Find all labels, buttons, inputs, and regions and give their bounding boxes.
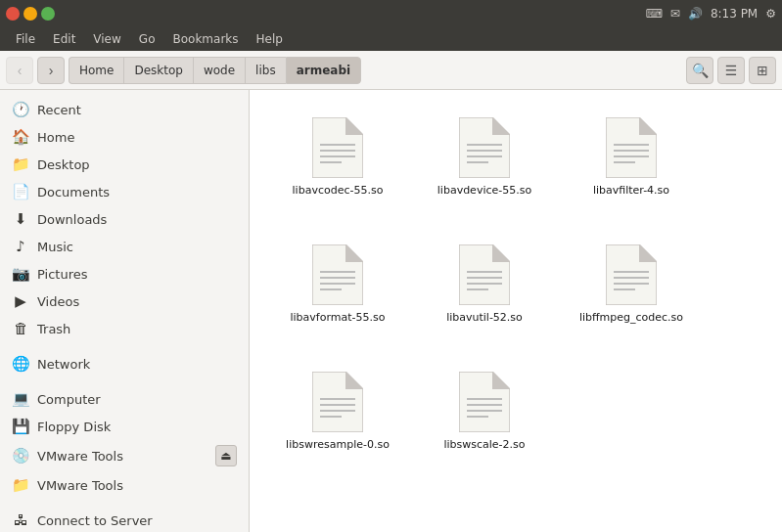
connect-icon: 🖧 bbox=[12, 511, 29, 529]
floppy-icon: 💾 bbox=[12, 418, 29, 435]
sidebar-item-downloads[interactable]: ⬇ Downloads bbox=[0, 205, 249, 233]
sidebar-label-vmware2: VMware Tools bbox=[37, 478, 123, 493]
menu-help[interactable]: Help bbox=[249, 30, 291, 48]
title-bar: ⌨ ✉ 🔊 8:13 PM ⚙ bbox=[0, 0, 782, 27]
sidebar-label-home: Home bbox=[37, 130, 74, 145]
breadcrumb-armeabi[interactable]: armeabi bbox=[286, 57, 361, 84]
videos-icon: ▶ bbox=[12, 292, 29, 310]
sidebar-item-vmware2[interactable]: 📁 VMware Tools bbox=[0, 471, 249, 499]
sidebar-label-downloads: Downloads bbox=[37, 212, 107, 227]
file-item[interactable]: libavfilter-4.so bbox=[563, 110, 700, 227]
sidebar-item-floppy[interactable]: 💾 Floppy Disk bbox=[0, 413, 249, 440]
file-name: libavformat-55.so bbox=[291, 311, 386, 325]
file-name: libswscale-2.so bbox=[443, 438, 525, 452]
sidebar-label-floppy: Floppy Disk bbox=[37, 420, 111, 434]
toolbar: ‹ › Home Desktop wode libs armeabi 🔍 ☰ ⊞ bbox=[0, 51, 782, 90]
breadcrumb-wode[interactable]: wode bbox=[193, 57, 245, 84]
svg-marker-42 bbox=[459, 372, 510, 432]
sidebar-item-recent[interactable]: 🕐 Recent bbox=[0, 96, 249, 123]
sidebar-divider-2 bbox=[0, 377, 249, 385]
trash-icon: 🗑 bbox=[12, 320, 29, 337]
sidebar-item-vmware1[interactable]: 💿 VMware Tools ⏏ bbox=[0, 440, 249, 471]
menu-go[interactable]: Go bbox=[131, 30, 163, 48]
file-icon bbox=[459, 372, 510, 432]
breadcrumb-desktop[interactable]: Desktop bbox=[123, 57, 193, 84]
svg-marker-37 bbox=[345, 372, 363, 389]
file-icon bbox=[312, 244, 363, 305]
sidebar-item-home[interactable]: 🏠 Home bbox=[0, 123, 249, 151]
network-icon: 🌐 bbox=[12, 355, 29, 373]
title-bar-right: ⌨ ✉ 🔊 8:13 PM ⚙ bbox=[645, 7, 776, 21]
sidebar-label-pictures: Pictures bbox=[37, 267, 87, 282]
svg-marker-24 bbox=[459, 244, 510, 305]
forward-button[interactable]: › bbox=[37, 57, 65, 84]
close-button[interactable] bbox=[6, 7, 20, 21]
menu-edit[interactable]: Edit bbox=[45, 30, 83, 48]
menu-bar: File Edit View Go Bookmarks Help bbox=[0, 27, 782, 51]
file-name: libswresample-0.so bbox=[286, 438, 390, 452]
sidebar-label-computer: Computer bbox=[37, 392, 101, 407]
search-button[interactable]: 🔍 bbox=[686, 57, 713, 84]
sidebar-item-pictures[interactable]: 📷 Pictures bbox=[0, 260, 249, 288]
sidebar-divider-1 bbox=[0, 342, 249, 350]
sidebar-item-trash[interactable]: 🗑 Trash bbox=[0, 315, 249, 342]
file-icon bbox=[312, 117, 363, 178]
clock: 8:13 PM bbox=[711, 7, 758, 21]
sidebar: 🕐 Recent 🏠 Home 📁 Desktop 📄 Documents ⬇ … bbox=[0, 90, 250, 532]
home-icon: 🏠 bbox=[12, 128, 29, 146]
eject-button[interactable]: ⏏ bbox=[215, 445, 237, 466]
mail-icon: ✉ bbox=[670, 7, 680, 21]
sidebar-label-documents: Documents bbox=[37, 185, 110, 200]
file-item[interactable]: libavdevice-55.so bbox=[416, 110, 553, 227]
file-item[interactable]: libswscale-2.so bbox=[416, 364, 553, 481]
recent-icon: 🕐 bbox=[12, 101, 29, 118]
file-item[interactable]: libavformat-55.so bbox=[269, 237, 406, 354]
svg-marker-30 bbox=[606, 244, 657, 305]
svg-marker-18 bbox=[312, 244, 363, 305]
pictures-icon: 📷 bbox=[12, 265, 29, 283]
list-view-button[interactable]: ☰ bbox=[717, 57, 745, 84]
music-icon: ♪ bbox=[12, 238, 29, 255]
file-item[interactable]: libswresample-0.so bbox=[269, 364, 406, 481]
file-area: libavcodec-55.so libavdevice-55.so bbox=[250, 90, 782, 532]
sidebar-label-videos: Videos bbox=[37, 294, 79, 309]
keyboard-icon: ⌨ bbox=[645, 7, 662, 21]
volume-icon: 🔊 bbox=[688, 7, 703, 21]
breadcrumb-libs[interactable]: libs bbox=[245, 57, 286, 84]
svg-marker-43 bbox=[492, 372, 510, 389]
menu-view[interactable]: View bbox=[85, 30, 128, 48]
sidebar-label-vmware1: VMware Tools bbox=[37, 449, 123, 464]
sidebar-item-network[interactable]: 🌐 Network bbox=[0, 350, 249, 377]
sidebar-label-network: Network bbox=[37, 357, 90, 372]
maximize-button[interactable] bbox=[41, 7, 55, 21]
sidebar-item-videos[interactable]: ▶ Videos bbox=[0, 288, 249, 315]
sidebar-item-connect[interactable]: 🖧 Connect to Server bbox=[0, 507, 249, 532]
file-icon bbox=[459, 244, 510, 305]
sidebar-divider-3 bbox=[0, 499, 249, 507]
back-button[interactable]: ‹ bbox=[6, 57, 33, 84]
vmware1-icon: 💿 bbox=[12, 447, 29, 465]
sidebar-item-desktop[interactable]: 📁 Desktop bbox=[0, 151, 249, 178]
sidebar-item-computer[interactable]: 💻 Computer bbox=[0, 385, 249, 413]
vmware2-icon: 📁 bbox=[12, 476, 29, 494]
svg-marker-12 bbox=[606, 117, 657, 178]
breadcrumb: Home Desktop wode libs armeabi bbox=[69, 57, 374, 84]
menu-bookmarks[interactable]: Bookmarks bbox=[164, 30, 246, 48]
sidebar-item-documents[interactable]: 📄 Documents bbox=[0, 178, 249, 205]
file-item[interactable]: libffmpeg_codec.so bbox=[563, 237, 700, 354]
file-name: libffmpeg_codec.so bbox=[579, 311, 683, 325]
file-icon bbox=[606, 244, 657, 305]
sidebar-label-music: Music bbox=[37, 240, 73, 254]
grid-view-button[interactable]: ⊞ bbox=[749, 57, 776, 84]
menu-file[interactable]: File bbox=[8, 30, 43, 48]
breadcrumb-home[interactable]: Home bbox=[69, 57, 123, 84]
file-item[interactable]: libavutil-52.so bbox=[416, 237, 553, 354]
computer-icon: 💻 bbox=[12, 390, 29, 408]
sidebar-item-music[interactable]: ♪ Music bbox=[0, 233, 249, 260]
file-item[interactable]: libavcodec-55.so bbox=[269, 110, 406, 227]
sidebar-label-desktop: Desktop bbox=[37, 157, 90, 172]
sidebar-label-connect: Connect to Server bbox=[37, 513, 153, 528]
file-icon bbox=[459, 117, 510, 178]
file-name: libavdevice-55.so bbox=[437, 184, 531, 198]
minimize-button[interactable] bbox=[23, 7, 37, 21]
